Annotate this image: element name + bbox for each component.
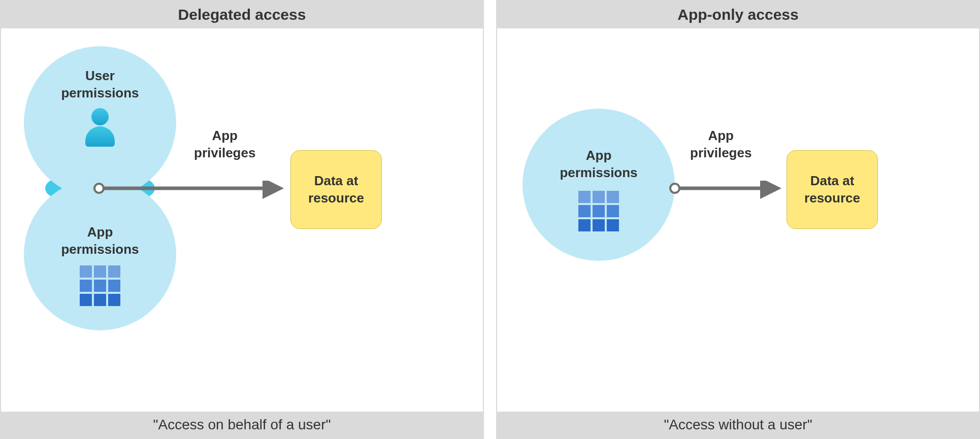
data-resource-label-right: Data atresource — [804, 173, 860, 207]
app-only-access-panel: App-only access Apppermissions Appprivil… — [496, 0, 980, 439]
svg-point-2 — [94, 184, 104, 193]
app-privileges-label-right: Appprivileges — [690, 127, 752, 162]
app-permissions-label-right: Apppermissions — [560, 147, 637, 182]
panel-title-left: Delegated access — [1, 1, 483, 28]
panel-title-right: App-only access — [497, 1, 979, 28]
user-permissions-label: Userpermissions — [61, 67, 139, 102]
data-resource-box-left: Data atresource — [290, 150, 382, 229]
panel-body-left: Userpermissions Apppermissions — [1, 28, 483, 412]
svg-point-5 — [670, 184, 679, 193]
user-icon — [83, 108, 117, 147]
delegated-access-panel: Delegated access Userpermissions Appperm… — [0, 0, 484, 439]
app-permissions-label-left: Apppermissions — [61, 224, 139, 258]
app-permissions-circle-right: Apppermissions — [522, 109, 675, 261]
arrow-right — [667, 181, 792, 201]
arrow-left — [91, 181, 295, 201]
app-grid-icon — [578, 191, 619, 231]
app-privileges-label-left: Appprivileges — [194, 127, 255, 162]
app-grid-icon — [80, 265, 120, 306]
panel-footer-left: "Access on behalf of a user" — [1, 412, 483, 438]
user-permissions-circle: Userpermissions — [24, 46, 176, 198]
data-resource-box-right: Data atresource — [787, 150, 878, 229]
data-resource-label-left: Data atresource — [308, 173, 364, 207]
panel-footer-right: "Access without a user" — [497, 412, 979, 438]
app-permissions-circle-left: Apppermissions — [24, 178, 176, 330]
panel-body-right: Apppermissions Appprivileges Data atreso… — [497, 28, 979, 412]
